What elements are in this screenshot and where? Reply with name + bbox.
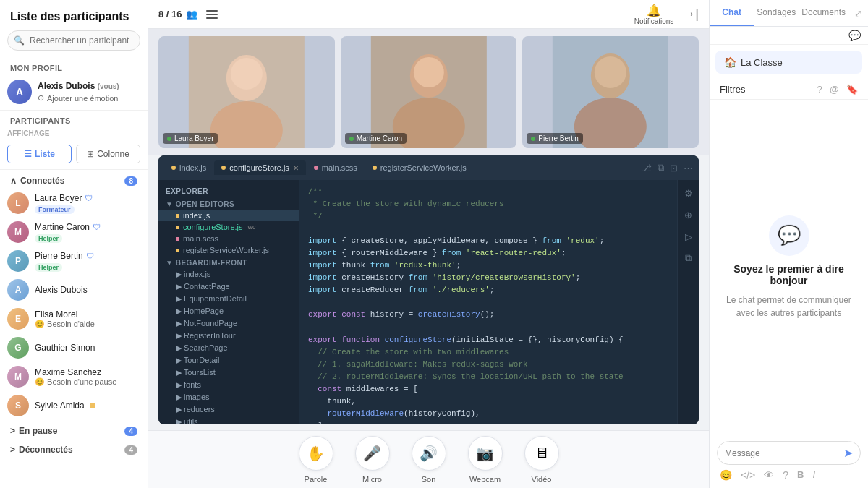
code-body: EXPLORER ▼ OPEN EDITORS index.js configu… (158, 180, 699, 424)
emotion-text: 😊 Besoin d'aide (35, 320, 140, 329)
tree-item[interactable]: main.scss (158, 233, 299, 244)
tree-item[interactable]: ▶ ToursList (158, 367, 299, 379)
scss-dot-icon (176, 237, 179, 241)
tree-item[interactable]: ▶ RegisterInTour (158, 330, 299, 342)
tree-item[interactable]: ▶ utils (158, 416, 299, 424)
list-item[interactable]: P Pierre Bertin 🛡 Helper (0, 247, 148, 275)
tree-item[interactable]: ▶ index.js (158, 268, 299, 281)
search-icon: 🔍 (14, 35, 25, 46)
tree-item[interactable]: index.js (158, 210, 299, 221)
debug-icon[interactable]: ▷ (681, 229, 696, 244)
people-icon: 👥 (186, 9, 197, 20)
send-btn[interactable]: ➤ (843, 446, 853, 460)
close-icon[interactable]: ✕ (293, 164, 299, 172)
disconnected-section[interactable]: > Déconnectés 4 (0, 439, 148, 458)
settings-icon[interactable]: ⚙ (681, 186, 696, 200)
avatar: A (7, 279, 29, 301)
bookmark-icon[interactable]: 🔖 (846, 84, 858, 95)
tree-item[interactable]: ▶ SearchPage (158, 342, 299, 354)
tree-item[interactable]: ▶ ContactPage (158, 281, 299, 293)
micro-btn[interactable]: 🎤 Micro (355, 436, 390, 484)
expand-icon[interactable]: ⤢ (854, 8, 862, 19)
emoji-btn[interactable]: 😊 (720, 469, 732, 481)
tree-item[interactable]: ▶ EquipementDetail (158, 293, 299, 305)
view-column-btn[interactable]: ⊞ Colonne (76, 145, 140, 163)
message-toolbar: 😊 </> 👁 ? B I (717, 465, 861, 482)
tree-item[interactable]: ▶ images (158, 391, 299, 403)
video-label: Pierre Bertin (527, 133, 583, 144)
code-tab-mainscss[interactable]: main.scss (307, 160, 365, 175)
view-list-btn[interactable]: ☰ Liste (7, 145, 72, 163)
tab-sondages[interactable]: Sondages (754, 0, 799, 26)
add-emotion-btn[interactable]: ⊕ Ajouter une émotion (38, 93, 140, 103)
message-input[interactable] (725, 448, 839, 458)
code-tab-registerserviceworkerjs[interactable]: registerServiceWorker.js (365, 160, 474, 175)
tree-item[interactable]: ▶ reducers (158, 403, 299, 416)
split-icon: ⊡ (670, 163, 678, 174)
tree-item[interactable]: ▶ TourDetail (158, 354, 299, 367)
search-input[interactable] (7, 30, 140, 51)
tree-item[interactable]: configureStore.js wc (158, 221, 299, 233)
extension-icon[interactable]: ⧉ (681, 251, 696, 265)
code-editor: index.js configureStore.js ✕ main.scss r… (158, 155, 699, 424)
code-tab-indexjs[interactable]: index.js (164, 160, 213, 175)
affichage-label: AFFICHAGE (0, 128, 148, 140)
help-icon[interactable]: ? (817, 84, 822, 95)
code-sidebar: EXPLORER ▼ OPEN EDITORS index.js configu… (158, 180, 299, 424)
panel-title: Liste des participants (0, 0, 148, 30)
tree-item[interactable]: registerServiceWorker.js (158, 244, 299, 256)
code-tab-configurestorejs[interactable]: configureStore.js ✕ (214, 160, 306, 175)
tree-item[interactable]: ▶ fonts (158, 379, 299, 391)
hamburger-menu[interactable] (206, 10, 218, 19)
code-btn[interactable]: </> (741, 469, 755, 481)
list-item[interactable]: L Laura Boyer 🛡 Formateur (0, 189, 148, 218)
code-right-sidebar: ⚙ ⊕ ▷ ⧉ (677, 180, 699, 424)
js-dot-icon (176, 249, 179, 252)
video-card: Laura Boyer (158, 36, 335, 148)
scss-dot-icon (314, 166, 318, 170)
code-tabs: index.js configureStore.js ✕ main.scss r… (158, 155, 699, 180)
mention-icon[interactable]: @ (830, 84, 839, 95)
svg-point-3 (231, 58, 263, 90)
son-btn[interactable]: 🔊 Son (412, 436, 446, 484)
tab-documents[interactable]: Documents (799, 0, 848, 26)
list-item[interactable]: M Maxime Sanchez 😊 Besoin d'une pause (0, 362, 148, 391)
tab-chat[interactable]: Chat (710, 0, 754, 26)
video-btn[interactable]: 🖥 Vidéo (524, 436, 559, 484)
paused-section[interactable]: > En pause 4 (0, 420, 148, 439)
tree-item[interactable]: ▶ NotFoundPage (158, 317, 299, 330)
parole-btn[interactable]: ✋ Parole (299, 436, 333, 484)
list-item[interactable]: M Martine Caron 🛡 Helper (0, 218, 148, 247)
search-code-icon[interactable]: ⊕ (681, 207, 696, 222)
list-item[interactable]: G Gauthier Simon (0, 333, 148, 362)
profile-tag: (vous) (98, 82, 119, 90)
list-item[interactable]: A Alexis Dubois (0, 275, 148, 304)
main-area: 8 / 16 👥 🔔 Notifications →| (148, 0, 709, 488)
classe-bar[interactable]: 🏠 La Classe (715, 51, 862, 74)
list-item[interactable]: E Elisa Morel 😊 Besoin d'aide (0, 304, 148, 333)
notifications-btn[interactable]: 🔔 Notifications (634, 4, 673, 25)
italic-btn[interactable]: I (812, 469, 815, 481)
eye-btn[interactable]: 👁 (764, 469, 774, 481)
video-card: Pierre Bertin (522, 36, 699, 148)
user-info: Alexis Dubois (vous) ⊕ Ajouter une émoti… (38, 81, 140, 103)
emotion-text: 😊 Besoin d'une pause (35, 377, 140, 387)
bold-btn[interactable]: B (797, 469, 804, 481)
paused-badge: 4 (124, 427, 137, 436)
connected-section[interactable]: ∧ Connectés 8 (0, 170, 148, 189)
help-msg-btn[interactable]: ? (783, 469, 788, 481)
chat-icon[interactable]: 💬 (848, 30, 861, 41)
webcam-btn[interactable]: 📷 Webcam (468, 436, 503, 484)
classe-icon: 🏠 (724, 56, 736, 68)
avatar: E (7, 308, 29, 330)
exit-btn[interactable]: →| (682, 7, 699, 22)
profile-name: Alexis Dubois (vous) (38, 81, 140, 91)
connected-badge: 8 (124, 176, 137, 186)
svg-point-7 (414, 57, 444, 87)
avatar: M (7, 366, 29, 388)
avatar: L (7, 192, 29, 214)
tree-item[interactable]: ▶ HomePage (158, 305, 299, 317)
more-icon: ⋯ (684, 163, 693, 174)
project-label: ▼ BEGARDIM-FRONT (158, 256, 299, 268)
list-item[interactable]: S Sylvie Amida (0, 391, 148, 420)
